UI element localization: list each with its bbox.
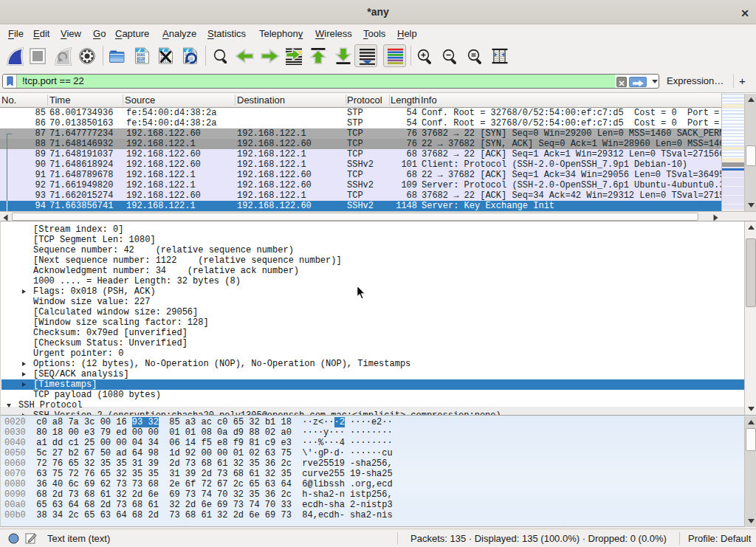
svg-text:0111: 0111 bbox=[137, 60, 145, 63]
